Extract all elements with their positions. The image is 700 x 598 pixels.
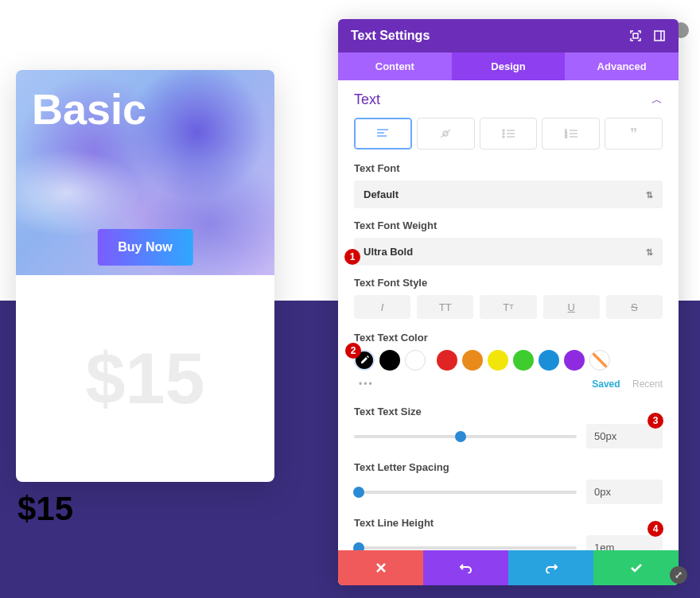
font-label: Text Font [354,162,663,174]
panel-layout-icon[interactable] [653,29,666,42]
size-thumb[interactable] [455,431,466,442]
lineheight-slider-row: 1em [354,535,663,550]
panel-body[interactable]: Text ︿ 123 ” Text Font Default Text Font… [338,80,679,550]
spacing-thumb[interactable] [353,487,364,498]
text-settings-panel: Text Settings Content Design Advanced Te… [338,19,679,585]
lineheight-input[interactable]: 1em [586,535,663,550]
annotation-badge-3: 3 [648,413,663,429]
price-under-card: $15 [16,490,274,528]
redo-button[interactable] [508,550,593,585]
italic-button[interactable]: I [354,295,410,319]
preview-wrapper: Basic Buy Now $15 $15 [16,70,274,528]
size-slider[interactable] [354,435,577,438]
lineheight-label: Text Line Height [354,517,663,529]
font-style-row: I TT TT U S [354,295,663,319]
panel-tabs: Content Design Advanced [338,52,679,80]
panel-footer [338,550,679,585]
color-swatches [354,350,663,371]
swatch-blue[interactable] [539,350,559,371]
spacing-slider[interactable] [354,491,577,494]
svg-point-11 [503,136,504,138]
link-disabled-icon[interactable] [417,118,475,150]
panel-header: Text Settings [338,19,679,52]
spacing-slider-row: 0px [354,480,663,504]
spacing-input[interactable]: 0px [586,480,663,504]
lineheight-thumb[interactable] [353,542,364,551]
font-select[interactable]: Default [354,181,663,208]
swatch-white[interactable] [405,350,426,371]
plan-title: Basic [32,84,146,134]
section-title: Text [354,91,380,108]
style-label: Text Font Style [354,277,663,289]
size-slider-row: 50px [354,424,663,448]
strikethrough-button[interactable]: S [606,295,663,319]
annotation-badge-1: 1 [344,249,360,265]
weight-select[interactable]: Ultra Bold [354,238,663,266]
text-format-row: 123 ” [354,118,663,150]
fullscreen-icon[interactable] [629,29,642,42]
swatch-black[interactable] [379,350,400,371]
svg-point-9 [503,133,504,134]
card-body: $15 [16,275,274,482]
lineheight-slider[interactable] [354,546,577,549]
undo-button[interactable] [423,550,508,585]
underline-button[interactable]: U [543,295,600,319]
ordered-list-icon[interactable]: 123 [542,118,600,150]
svg-text:3: 3 [565,134,567,138]
tab-design[interactable]: Design [452,52,566,80]
spacing-label: Text Letter Spacing [354,461,663,473]
swatch-transparent[interactable] [589,350,610,371]
swatch-yellow[interactable] [488,350,508,371]
swatch-tab-saved[interactable]: Saved [592,379,620,390]
color-label: Text Text Color [354,332,663,344]
size-label: Text Text Size [354,406,663,417]
panel-title: Text Settings [351,29,430,43]
buy-now-button[interactable]: Buy Now [97,229,192,266]
swatch-orange[interactable] [462,350,483,371]
svg-point-7 [503,130,504,131]
chevron-up-icon[interactable]: ︿ [651,93,663,107]
annotation-badge-2: 2 [345,343,361,359]
swatch-red[interactable] [437,350,457,371]
resize-handle-icon[interactable]: ⤢ [670,566,687,584]
svg-rect-0 [633,33,638,38]
section-header[interactable]: Text ︿ [354,87,663,118]
tab-advanced[interactable]: Advanced [565,52,679,80]
smallcaps-button[interactable]: TT [480,295,536,319]
more-swatches-icon[interactable]: ••• [359,379,374,390]
annotation-badge-4: 4 [648,521,663,537]
quote-icon[interactable]: ” [605,118,663,150]
align-left-icon[interactable] [354,118,412,150]
uppercase-button[interactable]: TT [417,295,473,319]
swatch-green[interactable] [513,350,534,371]
pricing-card: Basic Buy Now $15 [16,70,274,482]
swatch-purple[interactable] [564,350,585,371]
cancel-button[interactable] [338,550,423,585]
weight-label: Text Font Weight [354,219,663,231]
svg-rect-1 [655,31,664,41]
card-hero-art: Basic Buy Now [16,70,274,275]
unordered-list-icon[interactable] [480,118,538,150]
swatch-tab-recent[interactable]: Recent [632,379,663,390]
tab-content[interactable]: Content [338,52,452,80]
save-button[interactable] [593,550,679,585]
price-large: $15 [85,338,204,420]
